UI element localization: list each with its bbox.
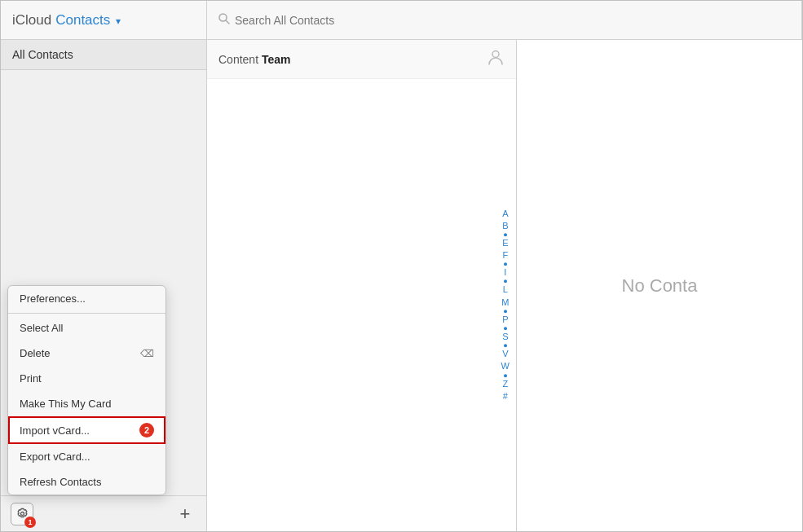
person-icon bbox=[487, 48, 505, 70]
alpha-dot-6 bbox=[504, 344, 507, 347]
contacts-dropdown[interactable]: Contacts ▾ bbox=[55, 12, 121, 29]
alpha-Z[interactable]: Z bbox=[502, 379, 508, 389]
top-bar-left: iCloud Contacts ▾ bbox=[1, 1, 207, 39]
svg-point-2 bbox=[492, 51, 499, 58]
gear-badge: 1 bbox=[24, 517, 36, 528]
alpha-index: A B E F I L M P S V W bbox=[501, 209, 510, 402]
context-menu-make-my-card[interactable]: Make This My Card bbox=[8, 391, 165, 416]
context-menu-export-vcard[interactable]: Export vCard... bbox=[8, 444, 165, 469]
contacts-list-header: Content Team bbox=[207, 40, 516, 79]
context-menu: Preferences... Select All Delete ⌫ Print… bbox=[7, 285, 166, 495]
sidebar-footer: 1 + bbox=[1, 495, 206, 531]
alpha-P[interactable]: P bbox=[502, 314, 508, 325]
alpha-A[interactable]: A bbox=[502, 209, 508, 219]
detail-pane: No Conta bbox=[517, 40, 802, 531]
main-content: All Contacts Preferences... Select All D… bbox=[1, 40, 802, 531]
context-menu-preferences[interactable]: Preferences... bbox=[8, 286, 165, 311]
search-icon bbox=[218, 13, 230, 28]
alpha-M[interactable]: M bbox=[501, 297, 509, 308]
gear-button[interactable]: 1 bbox=[11, 503, 33, 525]
alpha-I[interactable]: I bbox=[504, 268, 506, 279]
context-menu-print[interactable]: Print bbox=[8, 366, 165, 391]
all-contacts-label: All Contacts bbox=[12, 48, 73, 61]
delete-icon: ⌫ bbox=[140, 348, 154, 359]
add-contact-button[interactable]: + bbox=[174, 503, 196, 525]
alpha-dot-4 bbox=[504, 310, 507, 313]
context-menu-import-vcard[interactable]: Import vCard... 2 bbox=[8, 416, 165, 444]
alpha-E[interactable]: E bbox=[502, 238, 508, 248]
contacts-list-body: A B E F I L M P S V W bbox=[207, 79, 516, 531]
context-menu-refresh-contacts[interactable]: Refresh Contacts bbox=[8, 469, 165, 495]
alpha-dot-7 bbox=[504, 374, 507, 377]
import-vcard-badge: 2 bbox=[139, 423, 154, 437]
alpha-B[interactable]: B bbox=[502, 221, 508, 231]
alpha-dot-2 bbox=[504, 263, 507, 266]
alpha-V[interactable]: V bbox=[502, 349, 508, 359]
svg-line-1 bbox=[226, 20, 229, 24]
alpha-L[interactable]: L bbox=[503, 285, 508, 296]
alpha-dot-5 bbox=[504, 327, 507, 330]
context-menu-delete[interactable]: Delete ⌫ bbox=[8, 341, 165, 366]
alpha-dot-3 bbox=[504, 280, 507, 284]
search-input[interactable] bbox=[235, 14, 790, 27]
alpha-dot-1 bbox=[504, 233, 507, 236]
contacts-list-pane: Content Team A B E F bbox=[207, 40, 517, 531]
alpha-hash[interactable]: # bbox=[503, 391, 508, 402]
top-bar: iCloud Contacts ▾ bbox=[1, 1, 802, 40]
search-bar bbox=[207, 1, 802, 39]
context-menu-divider-1 bbox=[8, 313, 165, 314]
alpha-W[interactable]: W bbox=[501, 362, 510, 372]
icloud-label: iCloud bbox=[12, 12, 51, 29]
sidebar-header: All Contacts bbox=[1, 40, 206, 70]
sidebar: All Contacts Preferences... Select All D… bbox=[1, 40, 207, 531]
no-contact-text: No Conta bbox=[622, 275, 698, 297]
alpha-S[interactable]: S bbox=[502, 332, 508, 342]
context-menu-select-all[interactable]: Select All bbox=[8, 315, 165, 341]
chevron-down-icon: ▾ bbox=[116, 15, 121, 27]
contacts-list-title: Content Team bbox=[218, 53, 290, 66]
app-container: iCloud Contacts ▾ All Contacts bbox=[0, 0, 803, 532]
alpha-F[interactable]: F bbox=[502, 250, 508, 261]
